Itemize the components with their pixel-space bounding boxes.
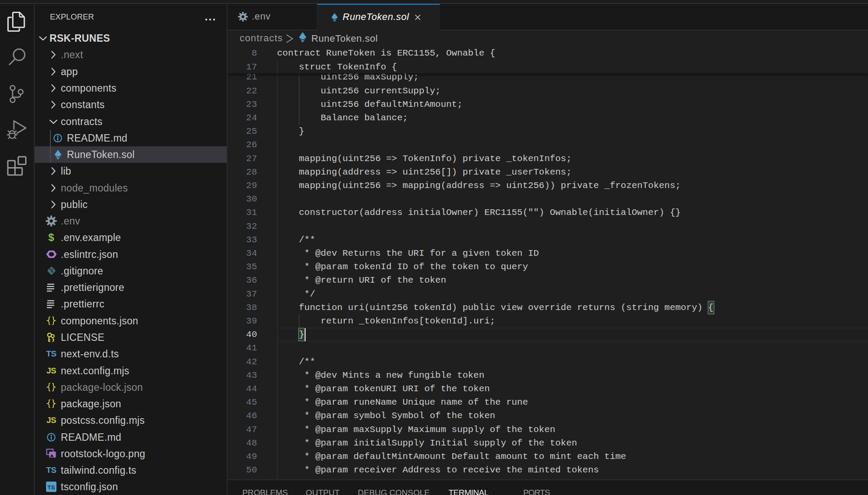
svg-text:TS: TS bbox=[47, 484, 55, 491]
